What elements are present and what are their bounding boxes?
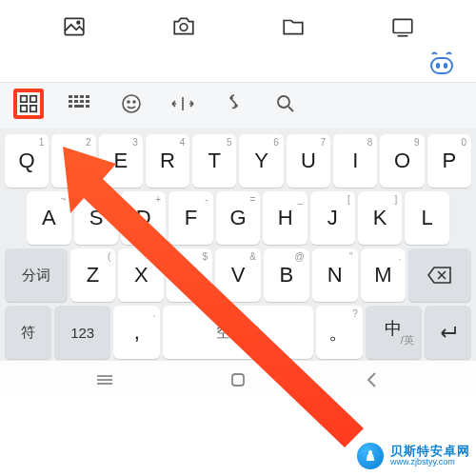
svg-rect-3 [393, 19, 412, 32]
svg-point-6 [436, 63, 440, 69]
screen-icon[interactable] [387, 11, 418, 42]
svg-point-1 [77, 21, 80, 24]
svg-rect-22 [86, 105, 89, 108]
key-b[interactable]: @B [264, 248, 309, 302]
enter-key[interactable] [425, 306, 471, 359]
svg-point-23 [123, 95, 140, 112]
system-navbar [0, 361, 476, 397]
svg-rect-12 [69, 95, 72, 98]
svg-rect-16 [69, 100, 72, 103]
period-key[interactable]: ?。 [316, 306, 363, 359]
key-o[interactable]: 9O [380, 134, 424, 188]
watermark-title: 贝斯特安卓网 [390, 445, 470, 458]
key-f[interactable]: -F [169, 191, 213, 245]
keyboard: 1Q2W3E4R5T6Y7U8I9O0P ~A`S+D-F=G_H[J]KL 分… [0, 129, 476, 361]
cursor-move-icon[interactable] [168, 89, 198, 119]
clipboard-icon[interactable] [219, 89, 249, 119]
svg-rect-13 [74, 95, 78, 98]
key-m[interactable]: .M [361, 248, 407, 302]
svg-rect-10 [21, 106, 27, 111]
keyboard-layout-icon[interactable] [65, 89, 95, 119]
svg-point-27 [230, 97, 232, 99]
svg-rect-17 [74, 100, 78, 103]
svg-rect-15 [86, 95, 89, 98]
key-l[interactable]: L [405, 191, 449, 245]
svg-rect-5 [431, 58, 452, 73]
svg-rect-21 [74, 105, 84, 108]
camera-icon[interactable] [169, 11, 199, 42]
key-h[interactable]: _H [263, 191, 307, 245]
space-label: 空格 [216, 324, 245, 342]
folder-icon[interactable] [278, 11, 308, 42]
svg-point-24 [128, 101, 129, 103]
comma-label: , [134, 320, 140, 345]
key-v[interactable]: &V [215, 248, 261, 302]
key-e[interactable]: 3E [99, 134, 143, 188]
svg-rect-20 [69, 105, 72, 108]
nav-back-icon[interactable] [359, 370, 384, 389]
svg-rect-18 [80, 100, 84, 103]
svg-point-39 [368, 450, 372, 456]
symbol-key[interactable]: 符 [5, 306, 51, 359]
key-k[interactable]: ]K [358, 191, 403, 245]
key-z[interactable]: (Z [70, 248, 116, 302]
key-a[interactable]: ~A [27, 191, 71, 245]
svg-rect-37 [232, 374, 244, 386]
space-key[interactable]: 空格 [163, 306, 312, 359]
key-p[interactable]: 0P [427, 134, 471, 188]
emoji-icon[interactable] [116, 89, 147, 119]
key-g[interactable]: =G [216, 191, 261, 245]
apps-grid-icon[interactable] [13, 89, 44, 119]
svg-rect-8 [21, 96, 27, 102]
key-j[interactable]: [J [310, 191, 355, 245]
backspace-key[interactable] [408, 248, 471, 302]
svg-rect-33 [252, 327, 258, 336]
key-r[interactable]: 4R [146, 134, 189, 188]
key-q[interactable]: 1Q [5, 134, 49, 188]
nav-home-icon[interactable] [226, 370, 250, 389]
svg-rect-9 [30, 96, 36, 102]
watermark-logo-icon [354, 440, 387, 472]
svg-point-29 [278, 96, 289, 108]
gallery-icon[interactable] [59, 11, 89, 42]
key-d[interactable]: +D [121, 191, 166, 245]
key-s[interactable]: `S [74, 191, 119, 245]
lang-main: 中 [385, 320, 402, 337]
segment-key[interactable]: 分词 [5, 248, 68, 302]
svg-rect-19 [86, 100, 89, 103]
watermark: 贝斯特安卓网 www.zjbstyy.com [354, 440, 470, 472]
key-y[interactable]: 6Y [239, 134, 283, 188]
svg-point-7 [444, 63, 447, 69]
search-icon[interactable] [270, 89, 301, 119]
svg-rect-14 [80, 95, 84, 98]
lang-sub: /英 [401, 335, 414, 346]
key-i[interactable]: 8I [333, 134, 377, 188]
number-key[interactable]: 123 [54, 306, 110, 359]
watermark-url: www.zjbstyy.com [390, 458, 470, 466]
svg-line-30 [288, 107, 293, 111]
svg-point-25 [133, 101, 135, 103]
language-key[interactable]: 中 /英 [366, 306, 422, 359]
period-label: 。 [328, 318, 349, 347]
svg-rect-11 [30, 106, 36, 111]
svg-point-28 [235, 105, 237, 107]
key-t[interactable]: 5T [192, 134, 236, 188]
key-u[interactable]: 7U [287, 134, 330, 188]
comma-key[interactable]: ., [113, 306, 160, 359]
key-w[interactable]: 2W [51, 134, 95, 188]
key-n[interactable]: "N [312, 248, 358, 302]
key-x[interactable]: )X [118, 248, 164, 302]
keyboard-toolbar [0, 82, 476, 129]
assistant-icon[interactable] [425, 50, 459, 78]
key-c[interactable]: $C [167, 248, 212, 302]
nav-recent-icon[interactable] [92, 370, 117, 389]
svg-point-2 [180, 24, 188, 31]
